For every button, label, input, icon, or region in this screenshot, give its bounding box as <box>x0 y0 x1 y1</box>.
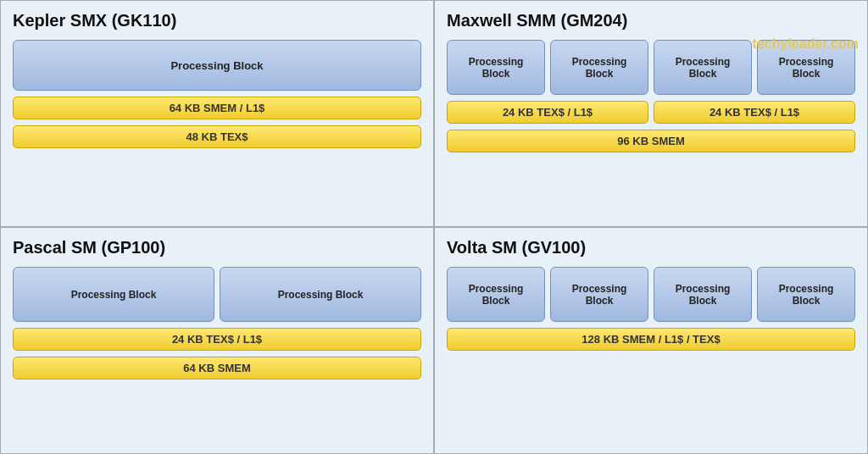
pascal-card: Pascal SM (GP100) Processing Block Proce… <box>0 227 434 454</box>
volta-proc-blocks-row: Processing Block Processing Block Proces… <box>447 267 855 322</box>
maxwell-proc-block-1: Processing Block <box>447 40 545 95</box>
volta-proc-block-1: Processing Block <box>447 267 545 322</box>
maxwell-mem-bottom: 96 KB SMEM <box>447 130 855 152</box>
maxwell-proc-blocks-row: Processing Block Processing Block Proces… <box>447 40 855 95</box>
volta-title: Volta SM (GV100) <box>447 238 855 257</box>
maxwell-proc-block-3: Processing Block <box>654 40 752 95</box>
pascal-proc-blocks-row: Processing Block Processing Block <box>13 267 421 322</box>
maxwell-mem-right: 24 KB TEX$ / L1$ <box>654 101 855 124</box>
kepler-card: Kepler SMX (GK110) Processing Block 64 K… <box>0 0 434 227</box>
maxwell-card: techyleader.com Maxwell SMM (GM204) Proc… <box>434 0 868 227</box>
pascal-title: Pascal SM (GP100) <box>13 238 421 257</box>
pascal-proc-block-1: Processing Block <box>13 267 214 322</box>
kepler-mem1: 64 KB SMEM / L1$ <box>13 97 421 119</box>
volta-card: Volta SM (GV100) Processing Block Proces… <box>434 227 868 454</box>
volta-proc-block-3: Processing Block <box>654 267 752 322</box>
kepler-title: Kepler SMX (GK110) <box>13 11 421 30</box>
kepler-proc-blocks-row: Processing Block <box>13 40 421 91</box>
kepler-proc-block: Processing Block <box>13 40 421 91</box>
maxwell-title: Maxwell SMM (GM204) <box>447 11 855 30</box>
volta-mem1: 128 KB SMEM / L1$ / TEX$ <box>447 328 855 351</box>
maxwell-mem-left: 24 KB TEX$ / L1$ <box>447 101 648 124</box>
volta-proc-block-2: Processing Block <box>550 267 648 322</box>
kepler-mem2: 48 KB TEX$ <box>13 125 421 148</box>
pascal-mem2: 64 KB SMEM <box>13 357 421 379</box>
pascal-proc-block-2: Processing Block <box>220 267 421 322</box>
maxwell-proc-block-2: Processing Block <box>550 40 648 95</box>
volta-proc-block-4: Processing Block <box>757 267 855 322</box>
maxwell-mem-top-row: 24 KB TEX$ / L1$ 24 KB TEX$ / L1$ <box>447 101 855 124</box>
pascal-mem1: 24 KB TEX$ / L1$ <box>13 328 421 351</box>
maxwell-proc-block-4: Processing Block <box>757 40 855 95</box>
